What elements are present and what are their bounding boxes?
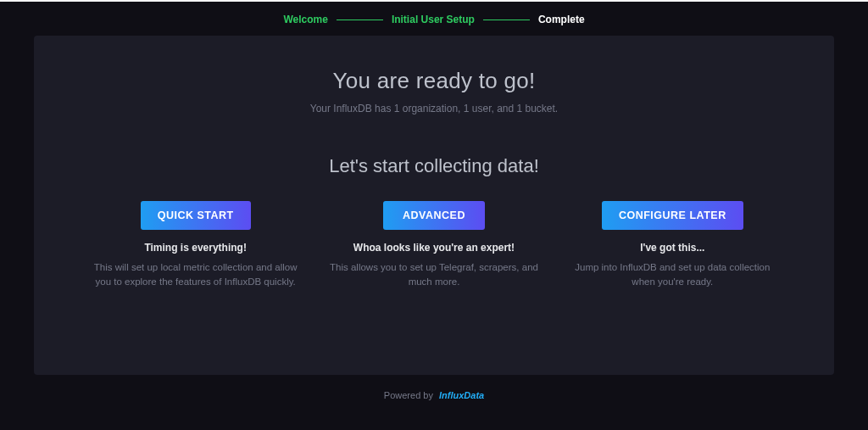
quick-start-button[interactable]: QUICK START (141, 201, 251, 230)
options-row: QUICK START Timing is everything! This w… (85, 201, 783, 290)
footer: Powered by InfluxData (0, 375, 868, 400)
wizard-step-welcome[interactable]: Welcome (283, 14, 327, 25)
page-headline: You are ready to go! (85, 68, 783, 94)
configure-later-button[interactable]: CONFIGURE LATER (602, 201, 743, 230)
option-title: Timing is everything! (85, 242, 306, 254)
option-desc: This allows you to set up Telegraf, scra… (324, 260, 544, 290)
option-configure-later: CONFIGURE LATER I've got this... Jump in… (562, 201, 783, 290)
option-title: I've got this... (562, 242, 783, 254)
footer-prefix: Powered by (384, 390, 433, 400)
page-subhead: Let's start collecting data! (85, 155, 783, 177)
wizard-steps: Welcome Initial User Setup Complete (0, 2, 868, 36)
option-desc: This will set up local metric collection… (86, 260, 306, 290)
option-advanced: ADVANCED Whoa looks like you're an exper… (323, 201, 544, 290)
wizard-step-initial-user-setup[interactable]: Initial User Setup (392, 14, 475, 25)
option-quick-start: QUICK START Timing is everything! This w… (85, 201, 306, 290)
option-desc: Jump into InfluxDB and set up data colle… (562, 260, 782, 290)
page-subtext: Your InfluxDB has 1 organization, 1 user… (85, 103, 783, 114)
wizard-step-complete[interactable]: Complete (538, 14, 585, 25)
advanced-button[interactable]: ADVANCED (383, 201, 485, 230)
option-title: Whoa looks like you're an expert! (323, 242, 544, 254)
wizard-step-divider (337, 20, 383, 20)
wizard-step-divider (483, 20, 530, 20)
setup-complete-panel: You are ready to go! Your InfluxDB has 1… (34, 36, 834, 375)
footer-brand-link[interactable]: InfluxData (439, 390, 484, 400)
